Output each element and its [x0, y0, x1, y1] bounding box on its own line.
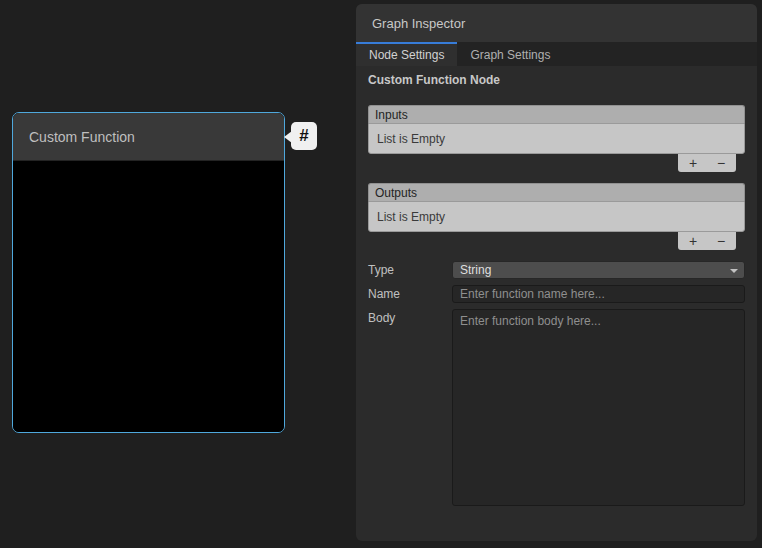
list-empty-label: List is Empty: [377, 210, 445, 224]
custom-function-node[interactable]: Custom Function: [12, 112, 285, 433]
inputs-list-header-label: Inputs: [375, 108, 408, 122]
outputs-list: Outputs List is Empty + −: [368, 183, 745, 250]
list-empty-label: List is Empty: [377, 132, 445, 146]
remove-input-button[interactable]: −: [708, 155, 734, 171]
tab-graph-settings[interactable]: Graph Settings: [457, 42, 563, 66]
add-output-button[interactable]: +: [680, 233, 706, 249]
node-preview-body: [13, 161, 284, 433]
node-header[interactable]: Custom Function: [13, 113, 284, 161]
type-dropdown[interactable]: String: [452, 261, 745, 279]
type-label: Type: [368, 261, 452, 279]
outputs-list-header: Outputs: [368, 183, 745, 201]
outputs-list-footer-box: + −: [678, 232, 736, 250]
node-hash-badge[interactable]: #: [284, 122, 318, 152]
inspector-header[interactable]: Graph Inspector: [356, 4, 757, 42]
inspector-title: Graph Inspector: [372, 16, 465, 31]
outputs-list-empty-row: List is Empty: [368, 201, 745, 232]
function-name-input[interactable]: [452, 285, 745, 303]
section-title: Custom Function Node: [368, 73, 745, 87]
add-input-button[interactable]: +: [680, 155, 706, 171]
chevron-down-icon: [730, 269, 738, 273]
function-body-textarea[interactable]: [452, 309, 745, 506]
outputs-list-footer: + −: [368, 232, 745, 250]
node-title: Custom Function: [29, 129, 135, 145]
body-label: Body: [368, 309, 452, 509]
remove-output-button[interactable]: −: [708, 233, 734, 249]
inputs-list-footer: + −: [368, 154, 745, 172]
inspector-tab-bar: Node Settings Graph Settings: [356, 42, 757, 66]
inputs-list-footer-box: + −: [678, 154, 736, 172]
hash-icon: #: [291, 122, 317, 150]
tab-node-settings[interactable]: Node Settings: [356, 42, 457, 66]
inspector-content: Custom Function Node Inputs List is Empt…: [356, 66, 757, 509]
tab-label: Node Settings: [369, 48, 444, 62]
body-field-row: Body: [368, 309, 745, 509]
function-fields: Type String Name Body: [368, 261, 745, 509]
name-field-row: Name: [368, 285, 745, 303]
tab-label: Graph Settings: [470, 48, 550, 62]
inputs-list-empty-row: List is Empty: [368, 123, 745, 154]
inputs-list: Inputs List is Empty + −: [368, 105, 745, 172]
name-label: Name: [368, 285, 452, 303]
graph-inspector-panel: Graph Inspector Node Settings Graph Sett…: [356, 4, 757, 541]
type-dropdown-value: String: [460, 263, 491, 277]
type-field-row: Type String: [368, 261, 745, 279]
inputs-list-header: Inputs: [368, 105, 745, 123]
outputs-list-header-label: Outputs: [375, 186, 417, 200]
